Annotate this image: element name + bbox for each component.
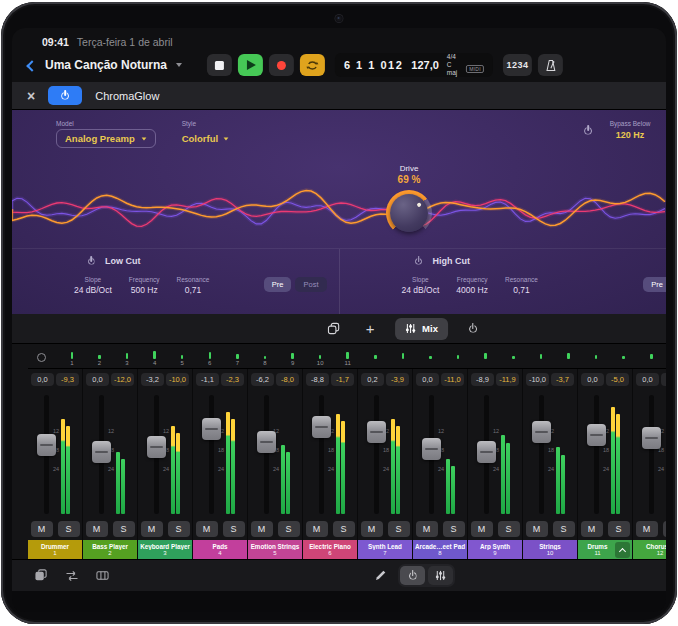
solo-button[interactable]: S xyxy=(333,521,355,537)
track-name-label[interactable]: Emotion Strings 5 xyxy=(248,540,302,559)
volume-value[interactable]: -5,0 xyxy=(606,373,629,386)
fader-handle[interactable] xyxy=(92,441,111,463)
bypass-control[interactable]: Bypass Below 120 Hz xyxy=(610,120,651,140)
high-cut-slope[interactable]: Slope 24 dB/Oct xyxy=(402,276,440,295)
volume-value[interactable]: -8,0 xyxy=(276,373,299,386)
solo-button[interactable]: S xyxy=(663,521,667,537)
track-name-label[interactable]: Electric Piano 6 xyxy=(303,540,357,559)
track-name-label[interactable]: Chorus V 12 xyxy=(633,540,666,559)
track-name-label[interactable]: Strings 10 xyxy=(523,540,577,559)
mute-button[interactable]: M xyxy=(196,521,218,537)
overview-slot[interactable] xyxy=(610,346,638,367)
swap-icon[interactable] xyxy=(65,570,79,582)
pan-value[interactable]: 0,0 xyxy=(636,373,659,386)
overview-slot[interactable] xyxy=(527,346,555,367)
volume-value[interactable]: -3,9 xyxy=(386,373,409,386)
overview-slot[interactable]: 7 xyxy=(224,346,252,367)
overview-slot[interactable]: 10 xyxy=(306,346,334,367)
overview-slot[interactable]: 4 xyxy=(141,346,169,367)
solo-button[interactable]: S xyxy=(608,521,630,537)
low-cut-resonance[interactable]: Resonance 0,71 xyxy=(177,276,210,295)
volume-value[interactable]: -12,0 xyxy=(111,373,134,386)
low-cut-frequency[interactable]: Frequency 500 Hz xyxy=(129,276,160,295)
pan-value[interactable]: -3,2 xyxy=(141,373,164,386)
fader-handle[interactable] xyxy=(147,436,166,458)
mute-button[interactable]: M xyxy=(31,521,53,537)
volume-value[interactable]: -2,3 xyxy=(221,373,244,386)
track-name-label[interactable]: Drummer 1 xyxy=(28,540,82,559)
overview-slot[interactable] xyxy=(637,346,665,367)
model-control[interactable]: Model Analog Preamp xyxy=(56,120,156,148)
pre-button[interactable]: Pre xyxy=(264,277,292,292)
pan-value[interactable]: 0,2 xyxy=(361,373,384,386)
mute-button[interactable]: M xyxy=(86,521,108,537)
solo-button[interactable]: S xyxy=(113,521,135,537)
overview-slot[interactable]: 11 xyxy=(334,346,362,367)
add-track-button[interactable]: + xyxy=(358,318,382,340)
pan-value[interactable]: -8,8 xyxy=(306,373,329,386)
overview-slot[interactable] xyxy=(444,346,472,367)
style-select[interactable]: Colorful xyxy=(182,129,229,148)
overview-slot[interactable] xyxy=(417,346,445,367)
back-icon[interactable] xyxy=(26,60,37,71)
piano-icon[interactable] xyxy=(96,570,109,581)
track-name-label[interactable]: Bass Player 2 xyxy=(83,540,137,559)
pan-value[interactable]: -10,0 xyxy=(526,373,549,386)
pan-value[interactable]: 0,0 xyxy=(416,373,439,386)
track-name-label[interactable]: Pads 4 xyxy=(193,540,247,559)
volume-value[interactable]: -1,7 xyxy=(331,373,354,386)
mute-button[interactable]: M xyxy=(361,521,383,537)
volume-value[interactable]: -9,3 xyxy=(56,373,79,386)
pan-value[interactable]: -8,9 xyxy=(471,373,494,386)
pre-button[interactable]: Pre xyxy=(643,277,666,292)
overview-all-icon[interactable] xyxy=(37,353,46,362)
overview-slot[interactable] xyxy=(389,346,417,367)
fader-handle[interactable] xyxy=(477,441,496,463)
overview-slot[interactable]: 9 xyxy=(279,346,307,367)
mix-view-button[interactable]: Mix xyxy=(395,318,448,340)
close-icon[interactable]: × xyxy=(27,89,35,103)
model-select[interactable]: Analog Preamp xyxy=(56,129,156,148)
track-name-label[interactable]: Drums 11 xyxy=(578,540,632,559)
pan-value[interactable]: 0,0 xyxy=(31,373,54,386)
overview-slot[interactable] xyxy=(555,346,583,367)
volume-value[interactable]: -11,0 xyxy=(441,373,464,386)
fader-handle[interactable] xyxy=(202,418,221,440)
track-name-label[interactable]: Keyboard Player 3 xyxy=(138,540,192,559)
solo-button[interactable]: S xyxy=(58,521,80,537)
solo-button[interactable]: S xyxy=(388,521,410,537)
volume-value[interactable] xyxy=(661,373,666,386)
song-title[interactable]: Uma Canção Noturna xyxy=(45,58,167,72)
solo-button[interactable]: S xyxy=(553,521,575,537)
overview-slot[interactable] xyxy=(362,346,390,367)
mute-button[interactable]: M xyxy=(141,521,163,537)
volume-value[interactable]: -3,7 xyxy=(551,373,574,386)
mixer-power-button[interactable] xyxy=(461,318,485,340)
track-name-label[interactable]: Arcade…eet Pad 8 xyxy=(413,540,467,559)
pan-value[interactable]: -6,2 xyxy=(251,373,274,386)
overview-slot[interactable]: 1 xyxy=(58,346,86,367)
stack-icon[interactable] xyxy=(34,569,48,582)
solo-button[interactable]: S xyxy=(168,521,190,537)
high-cut-power-icon[interactable] xyxy=(414,256,424,266)
bypass-power-icon[interactable] xyxy=(583,125,594,136)
overview-slot[interactable]: 5 xyxy=(168,346,196,367)
overview-slot[interactable] xyxy=(500,346,528,367)
chevron-down-icon[interactable] xyxy=(176,63,182,67)
overview-slot[interactable]: 8 xyxy=(251,346,279,367)
track-name-label[interactable]: Synth Lead 7 xyxy=(358,540,412,559)
stop-button[interactable] xyxy=(207,54,232,76)
record-button[interactable] xyxy=(269,54,294,76)
drive-knob[interactable] xyxy=(390,194,428,232)
duplicate-button[interactable] xyxy=(321,318,345,340)
low-cut-power-icon[interactable] xyxy=(86,256,96,266)
style-control[interactable]: Style Colorful xyxy=(182,120,229,148)
overview-slot[interactable]: 2 xyxy=(86,346,114,367)
fader-handle[interactable] xyxy=(642,427,661,449)
play-button[interactable] xyxy=(238,54,263,76)
stack-collapse-button[interactable] xyxy=(615,542,630,558)
pan-value[interactable]: 0,0 xyxy=(581,373,604,386)
mute-button[interactable]: M xyxy=(251,521,273,537)
fader-handle[interactable] xyxy=(367,421,386,443)
overview-slot[interactable] xyxy=(472,346,500,367)
